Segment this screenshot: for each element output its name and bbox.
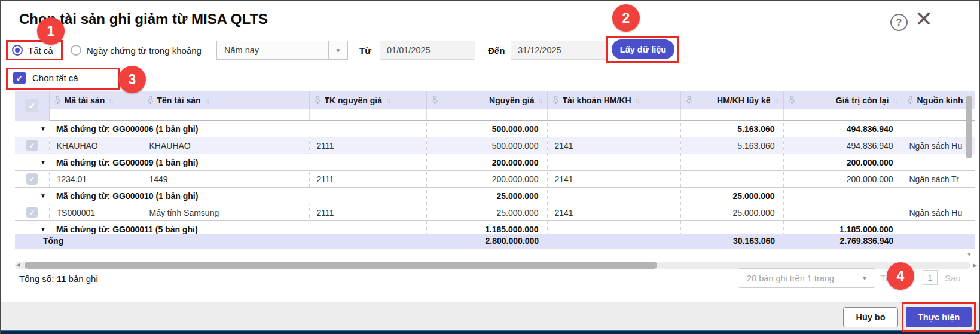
period-value: Năm nay bbox=[217, 45, 328, 55]
column-header-hm-kh-luy-ke[interactable]: HM/KH lũy kế ↑↓ bbox=[680, 91, 783, 109]
sort-icon[interactable]: ↑↓ bbox=[386, 97, 390, 104]
sort-icon[interactable]: ↑↓ bbox=[893, 97, 897, 104]
sort-icon[interactable]: ↑↓ bbox=[635, 97, 639, 104]
select-all-checkbox[interactable]: ✓ Chọn tất cả bbox=[13, 72, 78, 84]
empty-cell bbox=[902, 121, 975, 137]
sort-icon[interactable]: ↑↓ bbox=[204, 97, 209, 104]
filter-cell[interactable] bbox=[426, 109, 547, 121]
fetch-data-button[interactable]: Lấy dữ liệu bbox=[612, 39, 674, 59]
collapse-icon[interactable]: ▼ bbox=[15, 188, 49, 204]
empty-cell bbox=[902, 188, 975, 204]
from-date-input[interactable]: 01/01/2025 bbox=[380, 41, 475, 60]
vertical-scrollbar[interactable] bbox=[966, 96, 972, 158]
column-header-ma-tai-san[interactable]: Mã tài sản ↑↓ bbox=[49, 91, 142, 109]
group-con-lai: 494.836.940 bbox=[783, 121, 902, 137]
page-size-dropdown[interactable]: 20 bản ghi trên 1 trang ▼ bbox=[738, 268, 875, 288]
radio-all[interactable]: Tất cả bbox=[12, 45, 53, 56]
cell-nguyen-gia: 500.000.000 bbox=[426, 137, 547, 154]
scroll-right-icon[interactable]: ▶ bbox=[973, 262, 977, 268]
sort-icon[interactable]: ↑↓ bbox=[538, 97, 542, 104]
page-number-box[interactable]: 1 bbox=[923, 270, 938, 285]
column-header-nguon-kinh-phi[interactable]: Nguồn kinh bbox=[902, 91, 975, 109]
empty-cell bbox=[547, 188, 680, 204]
collapse-icon[interactable]: ▼ bbox=[15, 121, 49, 137]
cell-nguon-kinh-phi: Ngân sách Tr bbox=[902, 171, 975, 188]
record-count-label: Tổng số: bbox=[19, 274, 54, 284]
column-header-ten-tai-san[interactable]: Tên tài sản ↑↓ bbox=[142, 91, 309, 109]
page-size-value: 20 bản ghi trên 1 trang bbox=[738, 274, 854, 283]
cell-hm-kh-luy-ke: 5.163.060 bbox=[680, 137, 783, 154]
callout-badge-1: 1 bbox=[37, 17, 65, 45]
scroll-left-icon[interactable]: ◀ bbox=[16, 262, 20, 268]
row-checkbox-icon[interactable]: ✓ bbox=[26, 173, 38, 185]
empty-cell bbox=[547, 154, 680, 171]
group-con-lai: 200.000.000 bbox=[783, 154, 902, 171]
filter-cell[interactable] bbox=[547, 109, 680, 121]
filter-row bbox=[15, 109, 975, 121]
close-icon[interactable]: ✕ bbox=[915, 8, 933, 30]
help-icon[interactable]: ? bbox=[890, 14, 908, 31]
column-header-gia-tri-con-lai[interactable]: Giá trị còn lại ↑↓ bbox=[783, 91, 902, 109]
group-label: Mã chứng từ: GG000009 (1 bản ghi) bbox=[49, 154, 426, 171]
scroll-down-icon[interactable]: ▼ bbox=[966, 251, 972, 258]
select-all-label: Chọn tất cả bbox=[32, 73, 78, 83]
cell-ma-tai-san: KHAUHAO bbox=[49, 137, 142, 154]
chevron-down-icon[interactable]: ▼ bbox=[854, 269, 875, 287]
submit-button[interactable]: Thực hiện bbox=[906, 307, 972, 327]
group-label: Mã chứng từ: GG000010 (1 bản ghi) bbox=[49, 188, 426, 204]
group-nguyen-gia: 500.000.000 bbox=[426, 121, 547, 137]
filter-cell[interactable] bbox=[142, 109, 309, 121]
pin-icon[interactable] bbox=[54, 96, 61, 104]
filter-cell[interactable] bbox=[680, 109, 783, 121]
collapse-icon[interactable]: ▼ bbox=[15, 154, 49, 171]
cell-hm-kh-luy-ke: 25.000.000 bbox=[680, 204, 783, 221]
cancel-button[interactable]: Hủy bỏ bbox=[843, 307, 898, 327]
record-count: Tổng số: 11 bản ghi bbox=[19, 274, 98, 284]
pin-icon[interactable] bbox=[789, 96, 795, 104]
group-row: ▼ Mã chứng từ: GG000006 (1 bản ghi) 500.… bbox=[15, 121, 975, 137]
row-checkbox-icon[interactable]: ✓ bbox=[26, 140, 38, 151]
radio-all-label: Tất cả bbox=[28, 45, 53, 56]
column-header-nguyen-gia[interactable]: Nguyên giá ↑↓ bbox=[426, 91, 547, 109]
checkbox-checked-icon: ✓ bbox=[13, 72, 26, 84]
filter-cell[interactable] bbox=[49, 109, 142, 121]
period-dropdown[interactable]: Năm nay ▼ bbox=[216, 41, 348, 60]
callout-badge-4: 4 bbox=[887, 262, 914, 290]
radio-unselected-icon bbox=[71, 45, 81, 56]
row-checkbox-icon[interactable]: ✓ bbox=[26, 207, 38, 218]
pin-icon[interactable] bbox=[315, 96, 321, 104]
dialog-chon-tai-san: Chọn tài sản ghi giảm từ MISA QLTS ? ✕ T… bbox=[0, 0, 980, 334]
column-header-tk-nguyen-gia[interactable]: TK nguyên giá ↑↓ bbox=[309, 91, 426, 109]
header-checkbox-cell[interactable]: ✓ bbox=[15, 91, 49, 121]
pin-icon[interactable] bbox=[686, 96, 692, 104]
chevron-down-icon[interactable]: ▼ bbox=[328, 41, 347, 59]
pin-icon[interactable] bbox=[147, 96, 154, 104]
column-header-tai-khoan-hm-kh[interactable]: Tài khoản HM/KH ↑↓ bbox=[547, 91, 680, 109]
filter-cell[interactable] bbox=[783, 109, 902, 121]
pin-icon[interactable] bbox=[552, 96, 559, 104]
filter-cell[interactable] bbox=[309, 109, 426, 121]
cell-tai-khoan-hm-kh: 2141 bbox=[547, 204, 680, 221]
cell-ma-tai-san: 1234.01 bbox=[49, 171, 142, 188]
sort-icon[interactable]: ↑↓ bbox=[108, 97, 112, 104]
header-checkbox-icon: ✓ bbox=[25, 99, 38, 112]
cell-ten-tai-san: Máy tính Samsung bbox=[142, 204, 309, 221]
filter-cell[interactable] bbox=[902, 109, 975, 121]
cell-nguyen-gia: 25.000.000 bbox=[426, 204, 547, 221]
table-row[interactable]: ✓ 1234.01 1449 2111 200.000.000 2141 200… bbox=[15, 171, 975, 188]
empty-cell bbox=[902, 154, 975, 171]
pin-icon[interactable] bbox=[907, 96, 914, 104]
table-row[interactable]: ✓ TS000001 Máy tính Samsung 2111 25.000.… bbox=[15, 204, 975, 221]
group-label: Mã chứng từ: GG000006 (1 bản ghi) bbox=[49, 121, 426, 137]
table-row[interactable]: ✓ KHAUHAO KHAUHAO 2111 500.000.000 2141 … bbox=[15, 137, 975, 154]
cell-nguon-kinh-phi: Ngân sách Hu bbox=[902, 204, 975, 221]
to-date-input[interactable]: 31/12/2025 bbox=[511, 41, 606, 60]
callout-badge-2: 2 bbox=[612, 4, 640, 32]
horizontal-scrollbar-thumb[interactable] bbox=[25, 262, 657, 269]
sort-icon[interactable]: ↑↓ bbox=[774, 97, 778, 104]
next-page-button[interactable]: Sau bbox=[945, 273, 961, 283]
pin-icon[interactable] bbox=[432, 96, 438, 104]
total-nguyen-gia: 2.800.000.000 bbox=[426, 236, 539, 246]
radio-date-range[interactable]: Ngày chứng từ trong khoảng bbox=[71, 45, 202, 56]
radio-selected-icon bbox=[12, 45, 23, 56]
